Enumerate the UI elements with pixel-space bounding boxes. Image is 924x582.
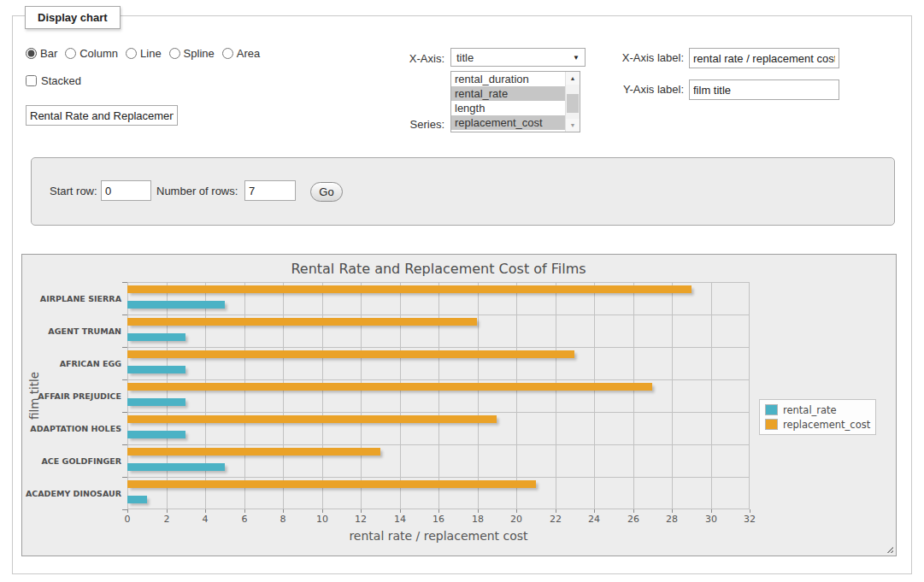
bar-rental_rate xyxy=(127,431,185,438)
category-label: ADAPTATION HOLES xyxy=(34,412,121,444)
chart-type-radio-spline[interactable] xyxy=(169,48,180,59)
listbox-scrollbar[interactable]: ▲ ▼ xyxy=(565,72,580,132)
scrollbar-up-icon[interactable]: ▲ xyxy=(566,72,580,85)
xaxis-tick-mark xyxy=(438,509,439,513)
chart-type-option-area[interactable]: Area xyxy=(222,47,260,60)
chart-type-radio-bar[interactable] xyxy=(26,48,37,59)
chart-type-radio-group: BarColumnLineSplineArea xyxy=(26,47,268,60)
bar-replacement_cost xyxy=(127,350,574,358)
bar-rental_rate xyxy=(127,398,185,406)
xaxis-tick-mark xyxy=(672,509,673,513)
series-listbox-label: Series: xyxy=(359,118,444,131)
category-label: AFFAIR PREJUDICE xyxy=(34,379,121,412)
scrollbar-down-icon[interactable]: ▼ xyxy=(566,119,580,132)
bar-rental_rate xyxy=(127,301,225,309)
xaxis-label-field-label: X-Axis label: xyxy=(598,51,684,64)
gridline-horizontal xyxy=(127,412,750,413)
series-option-length[interactable]: length xyxy=(451,101,565,115)
chart-type-label: Bar xyxy=(40,47,57,60)
chart-title-input[interactable] xyxy=(26,105,178,126)
series-listbox[interactable]: rental_durationrental_ratelengthreplacem… xyxy=(450,71,580,132)
number-of-rows-input[interactable] xyxy=(244,180,296,201)
gridline-vertical xyxy=(633,282,634,509)
bar-rental_rate xyxy=(127,366,185,373)
xaxis-select-label: X-Axis: xyxy=(359,52,444,65)
gridline-vertical xyxy=(672,282,673,509)
chart-type-option-column[interactable]: Column xyxy=(65,47,118,60)
xaxis-tick-label: 20 xyxy=(499,514,533,525)
xaxis-tick-label: 26 xyxy=(616,514,650,525)
gridline-vertical xyxy=(749,282,750,509)
xaxis-tick-mark xyxy=(478,509,479,513)
yaxis-label-input[interactable] xyxy=(689,79,839,100)
bar-rental_rate xyxy=(127,463,225,471)
bar-replacement_cost xyxy=(127,480,536,488)
xaxis-tick-mark xyxy=(750,509,750,513)
xaxis-tick-label: 24 xyxy=(577,514,611,525)
xaxis-tick-mark xyxy=(516,509,517,513)
legend-swatch-rental_rate xyxy=(765,404,778,415)
xaxis-tick-mark xyxy=(244,509,245,513)
rows-panel: Start row: Number of rows: Go xyxy=(31,157,895,226)
gridline-vertical xyxy=(438,282,439,509)
chart-type-radio-area[interactable] xyxy=(222,48,233,59)
start-row-label: Start row: xyxy=(50,185,97,197)
chart-type-label: Line xyxy=(140,47,162,60)
chart-type-radio-line[interactable] xyxy=(126,48,137,59)
yaxis-label-field-label: Y-Axis label: xyxy=(598,83,684,96)
page: { "window": { "legend": "Display chart" … xyxy=(0,0,924,582)
xaxis-tick-label: 4 xyxy=(188,514,222,525)
gridline-vertical xyxy=(556,282,556,509)
xaxis-select[interactable]: title ▼ xyxy=(450,48,586,67)
gridline-vertical xyxy=(244,282,245,509)
xaxis-tick-mark xyxy=(556,509,556,513)
xaxis-tick-label: 10 xyxy=(305,514,339,525)
xaxis-tick-label: 16 xyxy=(421,514,456,525)
legend-item: replacement_cost xyxy=(765,417,870,432)
gridline-horizontal xyxy=(127,477,750,478)
series-option-replacement_cost[interactable]: replacement_cost xyxy=(451,115,565,130)
gridline-vertical xyxy=(478,282,479,509)
chart-xaxis-title: rental rate / replacement cost xyxy=(127,529,750,543)
category-label: AFRICAN EGG xyxy=(34,347,121,379)
gridline-vertical xyxy=(167,282,168,509)
chart-type-option-spline[interactable]: Spline xyxy=(169,47,215,60)
xaxis-tick-label: 32 xyxy=(733,514,767,525)
gridline-vertical xyxy=(516,282,517,509)
gridline-horizontal xyxy=(127,282,750,283)
category-label: AGENT TRUMAN xyxy=(34,315,121,347)
category-label: ACE GOLDFINGER xyxy=(34,444,121,477)
xaxis-tick-label: 28 xyxy=(655,514,689,525)
gridline-vertical xyxy=(322,282,323,509)
number-of-rows-label: Number of rows: xyxy=(156,185,238,197)
series-option-rental_rate[interactable]: rental_rate xyxy=(451,86,565,101)
fieldset-legend: Display chart xyxy=(25,6,121,29)
xaxis-tick-label: 2 xyxy=(150,514,184,525)
chart-legend: rental_ratereplacement_cost xyxy=(759,399,876,435)
series-option-rental_duration[interactable]: rental_duration xyxy=(451,72,565,86)
xaxis-tick-mark xyxy=(127,509,128,513)
bar-replacement_cost xyxy=(127,383,652,391)
xaxis-label-input[interactable] xyxy=(689,48,839,68)
go-button[interactable]: Go xyxy=(310,182,343,202)
legend-label: replacement_cost xyxy=(783,419,870,431)
bar-replacement_cost xyxy=(127,318,477,326)
xaxis-tick-label: 0 xyxy=(110,514,144,525)
xaxis-tick-mark xyxy=(205,509,206,513)
bar-rental_rate xyxy=(127,496,147,503)
stacked-checkbox[interactable] xyxy=(26,75,37,86)
chart-type-option-line[interactable]: Line xyxy=(126,47,162,60)
xaxis-tick-label: 6 xyxy=(227,514,262,525)
xaxis-tick-label: 14 xyxy=(383,514,417,525)
chart-type-option-bar[interactable]: Bar xyxy=(26,47,57,60)
yaxis-tick-mark xyxy=(122,444,127,445)
scrollbar-thumb[interactable] xyxy=(567,94,579,113)
yaxis-tick-mark xyxy=(122,477,127,478)
yaxis-tick-mark xyxy=(122,282,127,283)
resize-handle-icon[interactable] xyxy=(885,544,893,553)
stacked-option: Stacked xyxy=(26,74,81,87)
chart-type-radio-column[interactable] xyxy=(65,48,76,59)
series-listbox-items: rental_durationrental_ratelengthreplacem… xyxy=(451,72,580,130)
start-row-input[interactable] xyxy=(101,180,151,201)
bar-replacement_cost xyxy=(127,448,380,456)
